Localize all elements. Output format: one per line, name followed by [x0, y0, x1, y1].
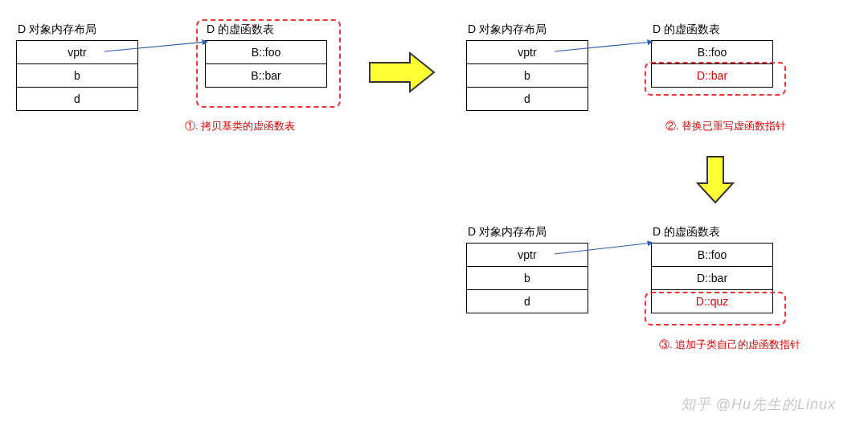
big-arrow-down-icon	[695, 153, 735, 209]
mem-row-vptr: vptr	[17, 41, 137, 64]
stage1-mem-title: D 对象内存布局	[16, 23, 138, 37]
stage3-vtbl-row0: B::foo	[652, 244, 772, 267]
stage3-vtbl-title: D 的虚函数表	[651, 225, 773, 239]
stage3-caption: ③. 追加子类自己的虚函数指针	[659, 338, 800, 352]
stage1-vtbl-table: B::foo B::bar	[205, 40, 327, 88]
svg-marker-3	[370, 53, 434, 92]
stage3-mem-title: D 对象内存布局	[466, 225, 588, 239]
stage1-vtbl-row1: B::bar	[206, 64, 326, 87]
mem-row-b: b	[17, 64, 137, 88]
mem-row-vptr: vptr	[467, 41, 588, 64]
stage1-vtbl-title: D 的虚函数表	[205, 23, 327, 37]
stage1-vtbl-row0: B::foo	[206, 41, 326, 64]
stage3-vtbl-table: B::foo D::bar D::quz	[651, 243, 773, 313]
stage2-mem-table: vptr b d	[466, 40, 588, 111]
stage2-caption: ②. 替换已重写虚函数指针	[665, 119, 786, 133]
watermark-text: 知乎 @Hu先生的Linux	[681, 395, 836, 414]
stage3-mem-block: D 对象内存布局 vptr b d	[466, 225, 588, 313]
stage2-vtbl-title: D 的虚函数表	[651, 23, 773, 37]
stage1-vtbl-block: D 的虚函数表 B::foo B::bar	[205, 23, 327, 88]
big-arrow-right-icon	[366, 48, 438, 96]
stage2-mem-title: D 对象内存布局	[466, 23, 588, 37]
stage2-vtbl-row1: D::bar	[652, 64, 772, 87]
mem-row-b: b	[467, 267, 588, 290]
svg-marker-4	[698, 157, 733, 203]
stage3-mem-table: vptr b d	[466, 243, 588, 313]
mem-row-vptr: vptr	[467, 244, 588, 267]
mem-row-d: d	[17, 88, 137, 110]
stage3-vtbl-block: D 的虚函数表 B::foo D::bar D::quz	[651, 225, 773, 313]
stage1-caption: ①. 拷贝基类的虚函数表	[185, 119, 295, 133]
mem-row-d: d	[467, 290, 588, 313]
stage1-mem-block: D 对象内存布局 vptr b d	[16, 23, 138, 111]
mem-row-b: b	[467, 64, 588, 88]
mem-row-d: d	[467, 88, 588, 110]
stage2-vtbl-row0: B::foo	[652, 41, 772, 64]
stage1-mem-table: vptr b d	[16, 40, 138, 111]
stage2-vtbl-block: D 的虚函数表 B::foo D::bar	[651, 23, 773, 88]
stage2-vtbl-table: B::foo D::bar	[651, 40, 773, 88]
stage3-vtbl-row2: D::quz	[652, 290, 772, 313]
stage3-vtbl-row1: D::bar	[652, 267, 772, 290]
stage2-mem-block: D 对象内存布局 vptr b d	[466, 23, 588, 111]
